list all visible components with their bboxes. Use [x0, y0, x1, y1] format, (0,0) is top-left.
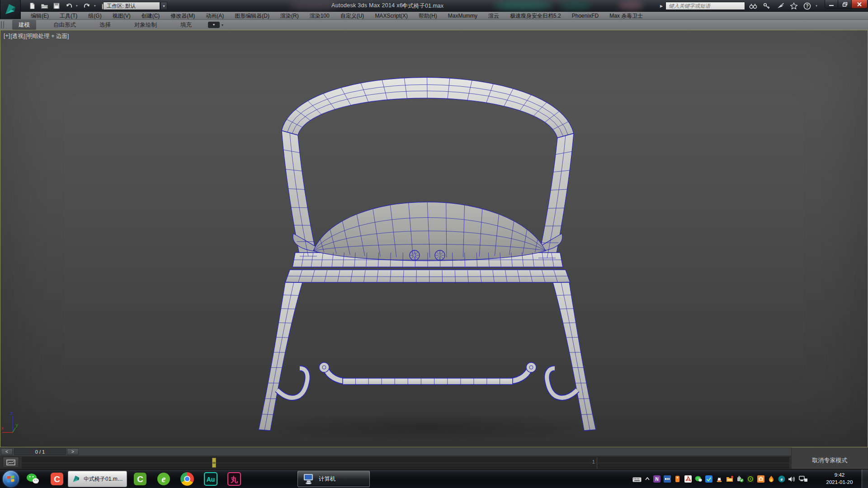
network-tray-icon[interactable]	[798, 475, 808, 483]
viewport-menu-shading[interactable]: [明暗处理 + 边面]	[25, 33, 69, 40]
undo-dropdown-caret[interactable]: ▾	[76, 4, 80, 8]
viewport-menu-general[interactable]: [+]	[4, 33, 10, 40]
screenshot-tool-tray-icon[interactable]	[757, 475, 764, 483]
menu-rendering[interactable]: 渲染(R)	[275, 12, 304, 20]
axis-y-label: y	[15, 422, 19, 428]
save-file-button[interactable]	[52, 1, 61, 10]
ribbon-minimize-button[interactable]: ▾	[208, 22, 220, 28]
chair-model-wireframe: z x y	[0, 30, 868, 448]
camtasia-studio-taskbar-icon[interactable]: C	[132, 471, 148, 487]
restore-button[interactable]	[838, 0, 852, 9]
computer-window-label: 计算机	[319, 475, 336, 483]
eset-tray-icon[interactable]: e	[778, 475, 785, 483]
system-tray: N	[632, 469, 808, 488]
open-mini-curve-editor-button[interactable]	[3, 457, 19, 468]
viewport-menu-pov[interactable]: [透视]	[10, 33, 25, 40]
menu-slim-archive[interactable]: 极速瘦身安全归档5.2	[505, 12, 566, 20]
menu-help[interactable]: 帮助(H)	[413, 12, 443, 20]
menu-phoenixfd[interactable]: PhoenixFD	[566, 12, 604, 20]
tab-selection[interactable]: 选择	[93, 20, 117, 30]
wechat-tray-icon[interactable]	[694, 475, 702, 483]
undo-button[interactable]	[64, 1, 74, 10]
menu-modifiers[interactable]: 修改器(M)	[165, 12, 200, 20]
svg-text:C: C	[54, 474, 60, 484]
clock-date: 2021-01-20	[820, 479, 859, 486]
360-browser-taskbar-icon[interactable]: e	[156, 471, 172, 487]
netcut-tray-icon[interactable]: N	[653, 475, 660, 483]
redo-dropdown-caret[interactable]: ▾	[94, 4, 98, 8]
viewport-label: [+] [透视] [明暗处理 + 边面]	[4, 33, 69, 40]
show-hidden-icons-button[interactable]	[645, 475, 650, 483]
search-input[interactable]	[665, 2, 745, 10]
search-history-caret[interactable]: ▶	[660, 4, 663, 8]
chrome-taskbar-icon[interactable]	[179, 471, 195, 487]
input-method-tray-icon[interactable]	[663, 475, 671, 483]
new-file-button[interactable]	[27, 1, 37, 10]
ribbon-minimize-caret[interactable]: ▾	[222, 23, 223, 27]
menu-animation[interactable]: 动画(A)	[200, 12, 229, 20]
show-desktop-button[interactable]	[862, 469, 868, 488]
workspace-dropdown-caret[interactable]: ▾	[160, 2, 167, 10]
menu-tools[interactable]: 工具(T)	[54, 12, 83, 20]
wechat-taskbar-icon[interactable]	[24, 471, 41, 487]
start-button[interactable]	[3, 471, 19, 487]
taskbar-clock[interactable]: 9:42 2021-01-20	[820, 471, 859, 486]
sync-shield-tray-icon[interactable]	[705, 475, 712, 483]
close-button[interactable]	[852, 0, 868, 9]
security-flame-tray-icon[interactable]	[767, 475, 775, 483]
help-dropdown-caret[interactable]: ▾	[816, 4, 819, 8]
next-frame-button[interactable]: >	[67, 448, 79, 455]
search-binoculars-icon[interactable]	[748, 1, 759, 10]
nvidia-tray-icon[interactable]	[746, 475, 754, 483]
aero-blur-artifact	[560, 1, 591, 10]
menu-renderbus[interactable]: 渲云	[483, 12, 505, 20]
camtasia-taskbar-icon[interactable]: C	[49, 471, 65, 487]
communication-center-icon[interactable]	[775, 1, 786, 10]
tab-object-paint[interactable]: 对象绘制	[128, 20, 163, 30]
max-application-button[interactable]	[0, 0, 21, 19]
workspace-dropdown[interactable]: 工作区: 默认	[103, 2, 160, 10]
menu-group[interactable]: 组(G)	[83, 12, 107, 20]
menubar: 编辑(E) 工具(T) 组(G) 视图(V) 创建(C) 修改器(M) 动画(A…	[0, 12, 868, 20]
cancel-expert-mode-button[interactable]: 取消专家模式	[792, 455, 868, 466]
acrobat-tray-icon[interactable]	[684, 475, 692, 483]
menu-maxscript[interactable]: MAXScript(X)	[369, 12, 413, 20]
help-icon[interactable]: ?	[802, 1, 813, 10]
redo-button[interactable]	[82, 1, 92, 10]
perspective-viewport[interactable]: [+] [透视] [明暗处理 + 边面]	[0, 30, 868, 447]
ribbon-tab-row: 建模 自由形式 选择 对象绘制 填充 ▾ ▾	[0, 20, 868, 30]
time-slider-handle[interactable]: 0	[212, 458, 216, 468]
usb-storage-tray-icon[interactable]	[674, 475, 681, 483]
menu-render100[interactable]: 渲染100	[304, 12, 335, 20]
audition-taskbar-icon[interactable]: Au	[203, 471, 219, 487]
tab-populate[interactable]: 填充	[174, 20, 198, 30]
menu-maxmummy[interactable]: MaxMummy	[443, 12, 483, 20]
ribbon-drag-grip[interactable]	[1, 21, 4, 28]
track-bar-strip[interactable]: 1 0	[22, 457, 789, 468]
track-bar: 1 0	[0, 455, 868, 469]
frame-indicator[interactable]: 0 / 1	[14, 448, 66, 455]
wan-taskbar-icon[interactable]: 丸	[226, 471, 242, 487]
open-file-button[interactable]	[39, 1, 49, 10]
keyboard-tray-icon[interactable]	[632, 475, 642, 483]
menu-edit[interactable]: 编辑(E)	[25, 12, 54, 20]
folder-alert-tray-icon[interactable]	[726, 475, 733, 483]
tab-freeform[interactable]: 自由形式	[47, 20, 82, 30]
menu-antivirus[interactable]: Max 杀毒卫士	[604, 12, 648, 20]
active-window-3dsmax[interactable]: 中式椅子01.max ...	[68, 471, 127, 487]
computer-window-button[interactable]: 计算机	[297, 471, 370, 487]
volume-tray-icon[interactable]	[788, 475, 796, 483]
menu-create[interactable]: 创建(C)	[136, 12, 165, 20]
subscription-key-icon[interactable]	[761, 1, 772, 10]
favorites-star-icon[interactable]	[788, 1, 799, 10]
menu-views[interactable]: 视图(V)	[107, 12, 136, 20]
previous-frame-button[interactable]: <	[1, 448, 13, 455]
minimize-button[interactable]	[825, 0, 838, 9]
usb-safe-tray-icon[interactable]	[736, 475, 744, 483]
clock-time: 9:42	[820, 471, 859, 479]
tab-modeling[interactable]: 建模	[12, 20, 36, 30]
infocenter: ▶ ? ▾	[660, 1, 819, 10]
qq-tray-icon[interactable]	[715, 475, 723, 483]
menu-customize[interactable]: 自定义(U)	[335, 12, 370, 20]
menu-graph-editors[interactable]: 图形编辑器(D)	[229, 12, 275, 20]
